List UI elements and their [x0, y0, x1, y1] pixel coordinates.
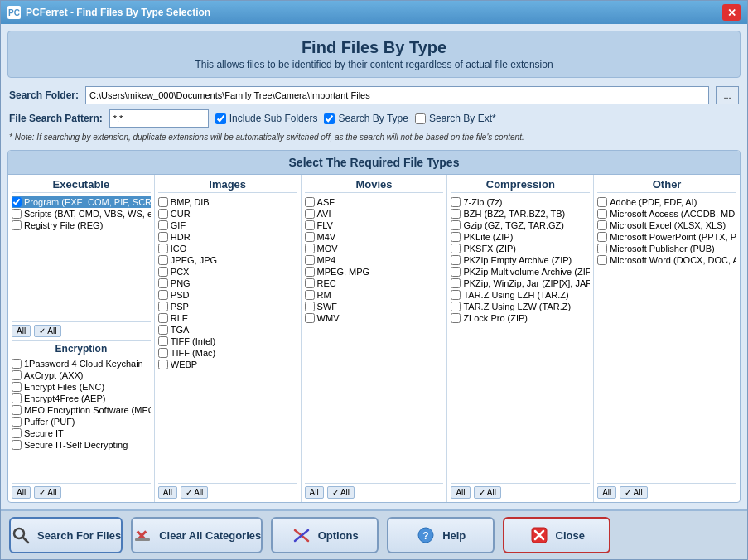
enc-checkbox-3[interactable] [12, 382, 22, 392]
cmp-cb-11[interactable] [451, 313, 461, 323]
cmp-cb-9[interactable] [451, 290, 461, 300]
list-item: MP4 [305, 254, 444, 266]
cmp-cb-4[interactable] [451, 232, 461, 242]
img-all-button[interactable]: All [158, 486, 177, 499]
window-title: PCFerret - Find Files By Type Selection [26, 7, 210, 18]
cmp-all-button[interactable]: All [451, 486, 470, 499]
img-cb-9[interactable] [158, 290, 168, 300]
oth-cb-1[interactable] [597, 197, 607, 207]
cmp-cb-8[interactable] [451, 278, 461, 288]
img-cb-3[interactable] [158, 220, 168, 230]
exe-all-button[interactable]: All [12, 325, 31, 337]
enc-none-button[interactable]: ✓ All [34, 486, 61, 499]
cmp-cb-2[interactable] [451, 209, 461, 219]
img-cb-8[interactable] [158, 278, 168, 288]
svg-rect-4 [135, 538, 150, 541]
enc-checkbox-2[interactable] [12, 370, 22, 380]
cmp-cb-1[interactable] [451, 197, 461, 207]
enc-checkbox-6[interactable] [12, 417, 22, 427]
img-cb-11[interactable] [158, 313, 168, 323]
img-cb-6[interactable] [158, 255, 168, 265]
mov-cb-4[interactable] [305, 232, 315, 242]
img-cb-2[interactable] [158, 209, 168, 219]
oth-cb-6[interactable] [597, 255, 607, 265]
folder-input[interactable] [85, 86, 709, 104]
mov-cb-9[interactable] [305, 290, 315, 300]
img-cb-15[interactable] [158, 360, 168, 369]
list-item: PKSFX (ZIP) [451, 243, 590, 254]
help-button[interactable]: ? Help [387, 517, 495, 553]
search-by-ext-label: Search By Ext* [429, 113, 496, 124]
img-cb-13[interactable] [158, 336, 168, 346]
mov-none-button[interactable]: ✓ All [327, 486, 355, 499]
enc-all-button[interactable]: All [12, 486, 31, 499]
oth-cb-2[interactable] [597, 209, 607, 219]
close-button[interactable]: Close [503, 517, 610, 553]
title-bar-left: PC PCFerret - Find Files By Type Selecti… [7, 6, 210, 19]
search-by-ext-checkbox[interactable] [415, 113, 426, 124]
list-item: Registry File (REG) [12, 220, 151, 231]
cmp-none-button[interactable]: ✓ All [474, 486, 501, 499]
mov-cb-11[interactable] [305, 313, 315, 323]
list-item: FLV [305, 220, 444, 231]
enc-checkbox-5[interactable] [12, 405, 22, 415]
options-button[interactable]: Options [271, 517, 379, 553]
cmp-cb-6[interactable] [451, 255, 461, 265]
oth-cb-5[interactable] [597, 244, 607, 253]
exe-checkbox-3[interactable] [12, 220, 22, 230]
img-cb-1[interactable] [158, 197, 168, 207]
encryption-list: 1Password 4 Cloud Keychain AxCrypt (AXX)… [12, 358, 151, 480]
oth-cb-4[interactable] [597, 232, 607, 242]
close-icon [529, 525, 549, 545]
list-item: MOV [305, 243, 444, 254]
img-none-button[interactable]: ✓ All [181, 486, 208, 499]
images-column: Images BMP, DIB CUR GIF HDR ICO JPEG, JP… [155, 175, 302, 502]
help-label: Help [442, 529, 466, 542]
cmp-cb-7[interactable] [451, 267, 461, 277]
exe-checkbox-1[interactable] [12, 197, 22, 207]
mov-cb-6[interactable] [305, 255, 315, 265]
cmp-cb-10[interactable] [451, 302, 461, 311]
mov-cb-7[interactable] [305, 267, 315, 277]
mov-cb-3[interactable] [305, 220, 315, 230]
img-cb-14[interactable] [158, 348, 168, 358]
options-label: Options [318, 529, 359, 542]
cmp-cb-3[interactable] [451, 220, 461, 230]
list-item: Encrypt4Free (AEP) [12, 393, 151, 404]
mov-cb-5[interactable] [305, 244, 315, 253]
browse-button[interactable]: ... [716, 86, 739, 104]
exe-checkbox-2[interactable] [12, 209, 22, 219]
clear-categories-button[interactable]: Clear All Categories [131, 517, 263, 553]
list-item: GIF [158, 220, 297, 231]
enc-label-2: AxCrypt (AXX) [24, 370, 84, 380]
list-item: WMV [305, 312, 444, 324]
enc-checkbox-7[interactable] [12, 428, 22, 438]
enc-checkbox-4[interactable] [12, 393, 22, 403]
enc-checkbox-1[interactable] [12, 359, 22, 369]
oth-cb-3[interactable] [597, 220, 607, 230]
exe-none-button[interactable]: ✓ All [34, 325, 61, 337]
img-cb-5[interactable] [158, 244, 168, 253]
pattern-input[interactable] [109, 109, 209, 128]
img-cb-12[interactable] [158, 325, 168, 335]
exe-label-1: Program (EXE, COM, PIF, SCR, BIN) [24, 197, 151, 207]
search-files-button[interactable]: Search For Files [9, 517, 123, 553]
search-by-type-checkbox[interactable] [324, 113, 335, 124]
executable-list: Program (EXE, COM, PIF, SCR, BIN) Script… [12, 196, 151, 319]
mov-all-button[interactable]: All [305, 486, 324, 499]
mov-cb-2[interactable] [305, 209, 315, 219]
oth-all-button[interactable]: All [597, 486, 616, 499]
enc-label-7: Secure IT [24, 428, 64, 438]
oth-none-button[interactable]: ✓ All [620, 486, 647, 499]
mov-cb-8[interactable] [305, 278, 315, 288]
mov-cb-10[interactable] [305, 302, 315, 311]
img-cb-7[interactable] [158, 267, 168, 277]
img-cb-4[interactable] [158, 232, 168, 242]
subfolders-checkbox[interactable] [215, 113, 226, 124]
enc-checkbox-8[interactable] [12, 440, 22, 450]
list-item: TGA [158, 324, 297, 336]
window-close-button[interactable]: ✕ [722, 4, 741, 21]
mov-cb-1[interactable] [305, 197, 315, 207]
cmp-cb-5[interactable] [451, 244, 461, 253]
img-cb-10[interactable] [158, 302, 168, 311]
